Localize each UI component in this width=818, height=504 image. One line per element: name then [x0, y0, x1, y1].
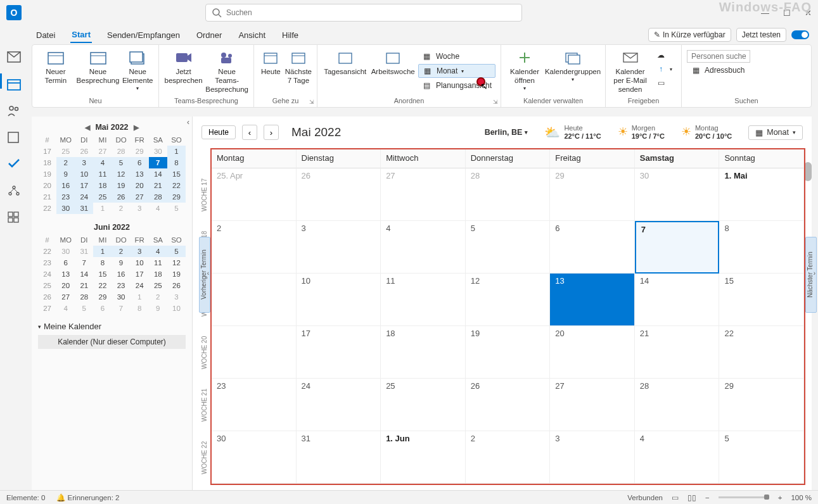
next-period-button[interactable]: › — [264, 125, 279, 140]
address-book-button[interactable]: ▦Adressbuch — [687, 64, 750, 77]
calendar-groups-button[interactable]: Kalendergruppen ▾ — [546, 49, 600, 82]
mini-calendar-may[interactable]: ◀Mai 2022▶ #MODIMIDOFRSASO17252627282930… — [32, 117, 192, 217]
month-grid[interactable]: MontagDienstagMittwochDonnerstagFreitagS… — [212, 149, 804, 484]
day-cell[interactable]: 30 — [212, 431, 297, 484]
people-nav-icon[interactable] — [8, 105, 20, 118]
day-cell[interactable]: 25 — [381, 379, 466, 431]
day-cell[interactable] — [212, 326, 297, 379]
search-input[interactable]: Suchen — [205, 4, 522, 22]
day-cell[interactable]: 28 — [466, 168, 551, 221]
next-month-icon[interactable]: ▶ — [134, 123, 139, 132]
day-cell[interactable]: 29 — [719, 379, 804, 431]
new-items-button[interactable]: Neue Elemente ▾ — [122, 49, 153, 91]
day-cell[interactable]: 19 — [466, 326, 551, 379]
day-cell[interactable]: 21 — [635, 326, 720, 379]
day-cell[interactable]: 8 — [719, 221, 804, 274]
calendar-list-item[interactable]: Kalender (Nur dieser Computer) — [38, 335, 186, 349]
work-week-button[interactable]: Arbeitswoche — [370, 49, 415, 77]
week-view-button[interactable]: ▦Woche — [418, 50, 495, 63]
day-cell[interactable]: 20 — [550, 326, 635, 379]
day-cell[interactable]: 2 — [466, 431, 551, 484]
day-cell[interactable]: 13 — [550, 274, 635, 326]
email-calendar-button[interactable]: Kalender per E-Mail senden — [611, 49, 649, 94]
mini-calendar-june[interactable]: Juni 2022 #MODIMIDOFRSASO223031123452367… — [32, 217, 192, 317]
day-cell[interactable]: 15 — [719, 274, 804, 326]
new-appointment-button[interactable]: Neuer Termin — [37, 49, 74, 85]
tab-hilfe[interactable]: Hilfe — [281, 28, 300, 42]
new-meeting-button[interactable]: Neue Besprechung — [77, 49, 120, 85]
my-calendars-header[interactable]: ▾Meine Kalender — [38, 322, 186, 331]
day-cell[interactable]: 24 — [297, 379, 381, 431]
collapse-panel-icon[interactable]: ‹ — [187, 118, 189, 127]
day-cell[interactable]: 26 — [466, 379, 551, 431]
tab-ordner[interactable]: Ordner — [195, 28, 223, 42]
coming-soon-button[interactable]: ✎ In Kürze verfügbar — [648, 28, 731, 42]
today-nav-button[interactable]: Heute — [201, 125, 236, 139]
weather-tomorrow[interactable]: ☀Morgen19°C / 7°C — [618, 124, 665, 141]
day-cell[interactable]: 4 — [381, 221, 466, 274]
calendar-nav-icon[interactable] — [8, 79, 20, 91]
next-7-days-button[interactable]: Nächste 7 Tage — [285, 49, 312, 85]
day-cell[interactable]: 25. Apr — [212, 168, 297, 221]
prev-month-icon[interactable]: ◀ — [85, 123, 90, 132]
share-online-button[interactable]: ☁ — [652, 49, 676, 61]
zoom-in-button[interactable]: + — [778, 494, 783, 501]
todo-nav-icon[interactable] — [8, 158, 20, 171]
day-cell[interactable]: 10 — [297, 274, 381, 326]
day-cell[interactable]: 30 — [635, 168, 720, 221]
zoom-slider[interactable] — [719, 496, 769, 498]
day-cell[interactable]: 3 — [550, 431, 635, 484]
view-dropdown[interactable]: ▦Monat▾ — [748, 125, 803, 140]
day-cell[interactable]: 4 — [635, 431, 720, 484]
day-cell[interactable]: 29 — [550, 168, 635, 221]
try-now-toggle[interactable] — [791, 30, 809, 39]
publish-button[interactable]: ↑▾ — [652, 63, 676, 75]
day-cell[interactable]: 11 — [381, 274, 466, 326]
prev-period-button[interactable]: ‹ — [242, 125, 257, 140]
day-cell[interactable]: 26 — [297, 168, 381, 221]
day-cell[interactable]: 14 — [635, 274, 720, 326]
day-cell[interactable]: 3 — [297, 221, 381, 274]
day-cell[interactable]: 31 — [297, 431, 381, 484]
next-appointment-button[interactable]: Nächster Termin› — [805, 237, 817, 313]
try-now-button[interactable]: Jetzt testen — [736, 28, 786, 42]
day-cell[interactable]: 6 — [550, 221, 635, 274]
weather-today[interactable]: ⛅Heute22°C / 11°C — [544, 124, 601, 141]
day-cell[interactable]: 5 — [466, 221, 551, 274]
prev-appointment-button[interactable]: Vorheriger Termin‹ — [199, 237, 210, 313]
view-reading-icon[interactable]: ▯▯ — [687, 493, 696, 502]
dialog-launcher-icon[interactable]: ⇲ — [309, 99, 314, 105]
tab-start[interactable]: Start — [70, 27, 92, 43]
tab-datei[interactable]: Datei — [35, 28, 56, 42]
meet-now-button[interactable]: Jetzt besprechen — [164, 49, 203, 85]
open-calendar-button[interactable]: Kalender öffnen ▾ — [506, 49, 543, 91]
view-normal-icon[interactable]: ▭ — [672, 493, 679, 502]
zoom-out-button[interactable]: − — [705, 494, 710, 501]
status-reminders[interactable]: 🔔 Erinnerungen: 2 — [56, 493, 119, 502]
new-teams-meeting-button[interactable]: Neue Teams- Besprechung — [205, 49, 248, 94]
search-people-input[interactable] — [687, 50, 750, 63]
day-cell[interactable]: 2 — [212, 221, 297, 274]
weather-day3[interactable]: ☀Montag20°C / 10°C — [681, 124, 732, 141]
day-cell[interactable]: 17 — [297, 326, 381, 379]
day-cell[interactable]: 27 — [550, 379, 635, 431]
day-view-button[interactable]: Tagesansicht — [323, 49, 367, 77]
tab-ansicht[interactable]: Ansicht — [237, 28, 267, 42]
day-cell[interactable]: 22 — [719, 326, 804, 379]
day-cell[interactable]: 28 — [635, 379, 720, 431]
tasks-nav-icon[interactable] — [8, 132, 20, 144]
dialog-launcher-icon[interactable]: ⇲ — [493, 99, 498, 105]
apps-nav-icon[interactable] — [8, 211, 20, 224]
day-cell[interactable]: 1. Jun — [381, 431, 466, 484]
permissions-button[interactable]: ▭ — [652, 77, 676, 89]
month-view-button[interactable]: ▦Monat ▾ — [418, 64, 495, 78]
day-cell[interactable]: 12 — [466, 274, 551, 326]
tab-senden[interactable]: Senden/Empfangen — [106, 28, 181, 42]
today-button[interactable]: Heute — [259, 49, 283, 77]
mail-nav-icon[interactable] — [8, 52, 20, 65]
day-cell[interactable]: 23 — [212, 379, 297, 431]
day-cell[interactable]: 5 — [719, 431, 804, 484]
day-cell[interactable]: 18 — [381, 326, 466, 379]
day-cell[interactable]: 27 — [381, 168, 466, 221]
day-cell[interactable]: 1. Mai — [719, 168, 804, 221]
